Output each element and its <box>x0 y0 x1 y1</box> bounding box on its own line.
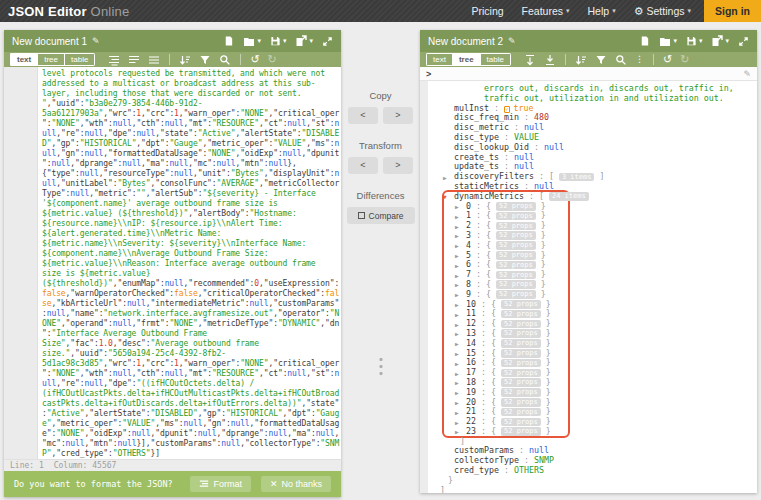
open-document-icon[interactable]: ▾ <box>659 35 677 47</box>
left-panel-titlebar: New document 1 ✎ ▾ ▾ ▾ <box>4 30 341 52</box>
collapse-all-icon[interactable] <box>544 54 556 66</box>
item-count-badge: 52 props <box>496 241 536 250</box>
editor-line: ","uuid":"b3a0e279-3854-446b-91d2- <box>42 99 341 109</box>
tab-table[interactable]: table <box>480 53 511 66</box>
transform-left-button[interactable]: < <box>348 157 378 174</box>
editor-line: e":"NONE","oidExp":null,"dpunit":null,"d… <box>42 429 341 439</box>
new-document-icon[interactable] <box>223 35 234 47</box>
editor-line: (ifHCOutUcastPkts.delta+ifHCOutMulticast… <box>42 389 341 399</box>
editor-statusbar: Line: 1 Column: 45567 <box>4 459 341 471</box>
redo-icon[interactable]: ↻ <box>680 54 689 65</box>
left-mode-tabs: texttreetable <box>10 53 95 66</box>
tree-editor[interactable]: errors out, discards in, discards out, t… <box>428 81 757 493</box>
editor-line: 5d1ac98c3d85","wrc":1,"crc":1,"warn_oper… <box>42 359 341 369</box>
rename-document-icon[interactable]: ✎ <box>508 36 516 46</box>
expand-all-icon[interactable] <box>524 54 536 66</box>
right-editor-panel: New document 2 ✎ ▾ ▾ ▾ texttreetable <box>420 30 757 493</box>
share-document-icon[interactable]: ▾ <box>711 35 729 47</box>
editor-line: :"Active","alertState":"DISABLED","gp":"… <box>42 409 341 419</box>
editor-line: P","cred_type":"OTHERS"}] <box>42 449 341 459</box>
tree-row: } <box>428 476 757 486</box>
editor-line: 5aa61217903a","wrc":1,"crc":1,"warn_oper… <box>42 109 341 119</box>
edit-path-icon[interactable]: ✎ <box>743 69 751 79</box>
differences-label: Differences <box>357 190 405 201</box>
tree-gutter <box>420 81 428 493</box>
sort-icon[interactable] <box>575 54 587 66</box>
justify-icon[interactable] <box>148 54 160 66</box>
item-count-badge: 52 props <box>496 280 536 289</box>
splitter-drag-handle[interactable] <box>379 358 382 375</box>
nav-link-settings[interactable]: ⚙Settings▾ <box>625 5 700 18</box>
format-json-icon[interactable] <box>108 54 120 66</box>
fullscreen-icon[interactable] <box>738 36 749 47</box>
copy-left-button[interactable]: < <box>348 107 378 124</box>
format-button-label: Format <box>213 479 242 489</box>
item-count-badge: 52 props <box>501 398 541 407</box>
filter-icon[interactable] <box>199 54 211 66</box>
breadcrumb[interactable]: > <box>426 69 431 79</box>
editor-line: ${metric.name}\\nSeverity: ${severity}\\… <box>42 239 341 249</box>
item-count-badge: 24 items <box>549 192 589 201</box>
redo-icon[interactable]: ↻ <box>268 54 277 65</box>
search-icon[interactable] <box>615 54 627 66</box>
transform-right-button[interactable]: > <box>383 157 413 174</box>
editor-line: ":"NONE","wth":null,"cth":null,"mt":"RES… <box>42 369 341 379</box>
tree-row[interactable]: cred_type : OTHERS <box>428 466 757 476</box>
item-count-badge: 52 props <box>501 349 541 358</box>
share-document-icon[interactable]: ▾ <box>295 35 313 47</box>
new-document-icon[interactable] <box>639 35 650 47</box>
search-icon[interactable] <box>219 54 231 66</box>
tree-breadcrumb-bar: > ✎ <box>420 67 757 81</box>
no-thanks-button[interactable]: ✕ No thanks <box>261 476 331 492</box>
tab-table[interactable]: table <box>64 53 95 66</box>
more-options-icon[interactable]: ⋮ <box>635 54 644 65</box>
item-count-badge: 52 props <box>496 251 536 260</box>
item-count-badge: 52 props <box>501 378 541 387</box>
editor-line: {"type":null,"resourceType":null,"unit":… <box>42 169 341 179</box>
editor-line: size.","uuid":"5650a194-25c4-4392-8fb2- <box>42 349 341 359</box>
nav-link-features[interactable]: Features▾ <box>513 5 579 17</box>
editor-line: '${component.name}' average outbound fra… <box>42 199 341 209</box>
tab-text[interactable]: text <box>426 53 452 66</box>
sort-icon[interactable] <box>179 54 191 66</box>
item-count-badge: 52 props <box>496 212 536 221</box>
line-number-gutter <box>4 67 38 459</box>
tab-text[interactable]: text <box>10 53 37 66</box>
editor-line: ONE","operand":null,"frmt":"NONE","metri… <box>42 319 341 329</box>
undo-icon[interactable]: ↺ <box>250 54 259 65</box>
tab-tree[interactable]: tree <box>452 53 480 66</box>
compare-button[interactable]: Compare <box>347 207 415 224</box>
open-document-icon[interactable]: ▾ <box>243 35 261 47</box>
toolbar-divider <box>565 54 566 65</box>
nav-link-help[interactable]: Help▾ <box>579 5 625 17</box>
format-notification-bar: Do you want to format the JSON? Format ✕… <box>4 471 341 497</box>
editor-line: ull,"re":null,"dpe":null,"state":"Active… <box>42 129 341 139</box>
copy-right-button[interactable]: > <box>383 107 413 124</box>
left-panel-title: New document 1 ✎ <box>12 36 100 47</box>
item-count-badge: 52 props <box>501 300 541 309</box>
toolbar-divider <box>169 54 170 65</box>
editor-line: size is ${metric.value} <box>42 269 341 279</box>
editor-line: ull,"unitLabel":"Bytes","consolFunc":"AV… <box>42 179 341 189</box>
save-document-icon[interactable]: ▾ <box>270 35 287 47</box>
filter-icon[interactable] <box>595 54 607 66</box>
compare-checkbox[interactable] <box>358 212 365 219</box>
editor-line: ${metric.value} (${threshold})","alertBo… <box>42 209 341 219</box>
save-document-icon[interactable]: ▾ <box>686 35 703 47</box>
nav-link-pricing[interactable]: Pricing <box>462 5 512 17</box>
fullscreen-icon[interactable] <box>322 36 333 47</box>
text-editor[interactable]: level protocols requested be transmitted… <box>38 67 341 459</box>
chevron-down-icon: ▾ <box>566 7 570 15</box>
tab-tree[interactable]: tree <box>37 53 64 66</box>
item-count-badge: 52 props <box>501 339 541 348</box>
rename-document-icon[interactable]: ✎ <box>92 36 100 46</box>
cursor-column-indicator: Column: 45567 <box>54 461 117 470</box>
sign-in-button[interactable]: Sign in <box>704 0 761 22</box>
undo-icon[interactable]: ↺ <box>663 54 672 65</box>
editor-line: ull,"re":null,"dpe":"((ifHCOutOctets.del… <box>42 379 341 389</box>
format-button[interactable]: Format <box>190 476 251 492</box>
item-count-badge: 52 props <box>501 418 541 427</box>
compact-json-icon[interactable] <box>128 54 140 66</box>
tree-row[interactable]: ▶23 : { 52 props } <box>428 427 757 437</box>
notification-buttons: Format ✕ No thanks <box>190 476 331 492</box>
